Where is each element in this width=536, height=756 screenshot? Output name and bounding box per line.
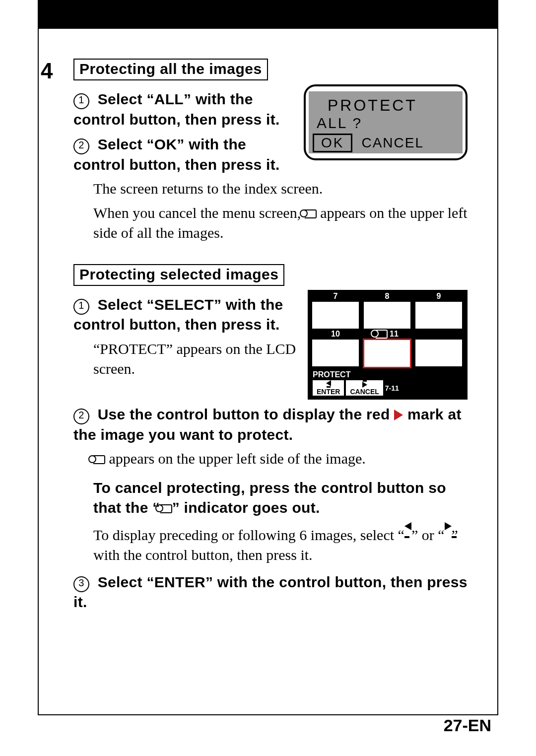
navigation-text: To display preceding or following 6 imag… <box>93 522 468 565</box>
lcd-ok-button[interactable]: OK <box>313 134 352 152</box>
grid-thumb[interactable] <box>414 301 463 330</box>
grid-enter-button[interactable]: ENTER <box>313 380 344 396</box>
lcd-line-protect: PROTECT <box>328 96 459 115</box>
page-number: 27-EN <box>444 716 491 735</box>
substep-1-marker: 1 <box>73 93 89 109</box>
arrow-left-icon <box>404 522 411 530</box>
substep-b3-text: Select “ENTER” with the control button, … <box>73 574 468 611</box>
substep-2-marker: 2 <box>73 138 89 154</box>
lcd-protect-all: PROTECT ALL ? OK CANCEL <box>304 84 468 160</box>
arrow-right-icon <box>445 522 452 530</box>
key-icon <box>305 209 317 218</box>
grid-num-10: 10 <box>310 330 361 339</box>
grid-thumb[interactable] <box>363 301 411 330</box>
header-black-bar <box>38 0 498 28</box>
substep-b1-result: “PROTECT” appears on the LCD screen. <box>93 339 298 379</box>
result-text-2: When you cancel the menu screen, appears… <box>93 203 468 243</box>
section-title-protect-all: Protecting all the images <box>73 59 268 80</box>
substep-b2-result: appears on the upper left side of the im… <box>93 449 468 469</box>
substep-b1-marker: 1 <box>73 299 89 315</box>
lcd-index-grid: 7 8 9 10 11 PROTECT ENTER <box>308 290 468 400</box>
grid-thumb-selected[interactable] <box>363 339 411 368</box>
page-content: Protecting all the images 1 Select “ALL”… <box>38 28 498 613</box>
lcd-line-all: ALL ? <box>317 115 459 132</box>
substep-b2-marker: 2 <box>73 409 89 424</box>
grid-num-9: 9 <box>413 292 465 301</box>
grid-cancel-button[interactable]: CANCEL <box>346 380 383 396</box>
substep-b3-marker: 3 <box>73 576 89 592</box>
substep-2-text: Select “OK” with the control button, the… <box>73 136 280 173</box>
lcd-cancel-button[interactable]: CANCEL <box>361 135 424 151</box>
grid-thumb[interactable] <box>414 339 463 367</box>
grid-range: 7-11 <box>385 384 399 392</box>
substep-b2-text: Use the control button to display the re… <box>73 406 462 443</box>
cancel-protection-heading: To cancel protecting, press the control … <box>93 478 468 518</box>
red-triangle-icon <box>394 410 403 420</box>
grid-thumb[interactable] <box>311 301 360 330</box>
result-text-1: The screen returns to the index screen. <box>93 179 468 199</box>
substep-1-text: Select “ALL” with the control button, th… <box>73 91 280 128</box>
grid-protect-label: PROTECT <box>310 368 466 379</box>
grid-thumb[interactable] <box>311 339 360 367</box>
key-icon <box>93 455 105 464</box>
substep-b1-text: Select “SELECT” with the control button,… <box>73 296 283 333</box>
section-title-protect-selected: Protecting selected images <box>73 264 284 286</box>
grid-num-11: 11 <box>361 330 413 339</box>
grid-num-7: 7 <box>310 292 361 301</box>
grid-num-8: 8 <box>361 292 413 301</box>
key-icon <box>160 504 172 513</box>
